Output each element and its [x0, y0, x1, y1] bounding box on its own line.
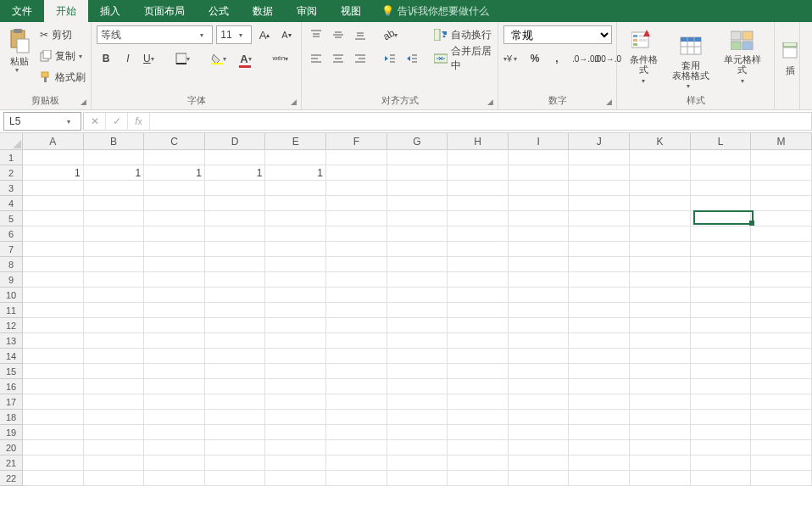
cell-F14[interactable] — [326, 349, 387, 364]
row-header-20[interactable]: 20 — [0, 440, 22, 455]
tab-开始[interactable]: 开始 — [44, 0, 88, 22]
cell-F5[interactable] — [326, 211, 387, 226]
cell-A19[interactable] — [23, 425, 84, 440]
cell-A21[interactable] — [23, 455, 84, 471]
cell-G15[interactable] — [387, 364, 448, 379]
cell-F10[interactable] — [326, 288, 387, 303]
cell-M22[interactable] — [751, 471, 812, 486]
format-painter-button[interactable]: 格式刷 — [37, 68, 92, 87]
cell-K16[interactable] — [630, 379, 691, 394]
cell-I2[interactable] — [509, 165, 570, 181]
cell-I15[interactable] — [509, 364, 570, 379]
cell-H14[interactable] — [448, 349, 509, 364]
accounting-format-button[interactable]: ¥▾ — [503, 49, 522, 68]
cell-C10[interactable] — [144, 288, 205, 303]
cell-B17[interactable] — [84, 394, 145, 410]
cell-H9[interactable] — [448, 272, 509, 288]
col-header-G[interactable]: G — [387, 133, 448, 149]
tell-me[interactable]: 💡告诉我你想要做什么 — [373, 0, 498, 22]
row-header-18[interactable]: 18 — [0, 410, 22, 425]
cell-I4[interactable] — [509, 196, 570, 211]
cell-I14[interactable] — [509, 349, 570, 364]
tab-插入[interactable]: 插入 — [88, 0, 132, 22]
cell-G12[interactable] — [387, 318, 448, 333]
align-bottom-button[interactable] — [351, 25, 370, 44]
cell-G2[interactable] — [387, 165, 448, 181]
cell-H13[interactable] — [448, 333, 509, 349]
cell-D11[interactable] — [205, 303, 266, 318]
cell-D15[interactable] — [205, 364, 266, 379]
cell-E18[interactable] — [265, 410, 326, 425]
row-header-16[interactable]: 16 — [0, 379, 22, 394]
row-header-1[interactable]: 1 — [0, 150, 22, 165]
cell-F6[interactable] — [326, 226, 387, 242]
cell-D8[interactable] — [205, 257, 266, 272]
cell-K18[interactable] — [630, 410, 691, 425]
cell-B1[interactable] — [84, 150, 145, 165]
cell-E9[interactable] — [265, 272, 326, 288]
cell-C12[interactable] — [144, 318, 205, 333]
cell-E8[interactable] — [265, 257, 326, 272]
cell-D13[interactable] — [205, 333, 266, 349]
cell-M12[interactable] — [751, 318, 812, 333]
cell-D3[interactable] — [205, 181, 266, 196]
cell-F2[interactable] — [326, 165, 387, 181]
dialog-launcher[interactable]: ◢ — [287, 96, 299, 108]
cell-I19[interactable] — [509, 425, 570, 440]
cell-C1[interactable] — [144, 150, 205, 165]
row-header-15[interactable]: 15 — [0, 364, 22, 379]
cell-K17[interactable] — [630, 394, 691, 410]
cell-H8[interactable] — [448, 257, 509, 272]
cell-A9[interactable] — [23, 272, 84, 288]
cell-C14[interactable] — [144, 349, 205, 364]
cell-I21[interactable] — [509, 455, 570, 471]
cell-K22[interactable] — [630, 471, 691, 486]
cell-J9[interactable] — [569, 272, 630, 288]
cell-E17[interactable] — [265, 394, 326, 410]
cell-I1[interactable] — [509, 150, 570, 165]
align-right-button[interactable] — [351, 49, 370, 68]
cell-A20[interactable] — [23, 440, 84, 455]
cell-M16[interactable] — [751, 379, 812, 394]
cell-F4[interactable] — [326, 196, 387, 211]
row-header-6[interactable]: 6 — [0, 226, 22, 242]
cell-C5[interactable] — [144, 211, 205, 226]
cell-H11[interactable] — [448, 303, 509, 318]
cell-L7[interactable] — [691, 242, 752, 257]
cell-H20[interactable] — [448, 440, 509, 455]
border-button[interactable]: ▾ — [173, 49, 198, 68]
underline-button[interactable]: U▾ — [141, 49, 162, 68]
cell-A4[interactable] — [23, 196, 84, 211]
cell-D12[interactable] — [205, 318, 266, 333]
cell-B10[interactable] — [84, 288, 145, 303]
align-left-button[interactable] — [307, 49, 325, 68]
cell-F21[interactable] — [326, 455, 387, 471]
cell-E13[interactable] — [265, 333, 326, 349]
cell-H16[interactable] — [448, 379, 509, 394]
cell-F12[interactable] — [326, 318, 387, 333]
cell-K19[interactable] — [630, 425, 691, 440]
cell-I16[interactable] — [509, 379, 570, 394]
cell-K10[interactable] — [630, 288, 691, 303]
cell-H17[interactable] — [448, 394, 509, 410]
col-header-I[interactable]: I — [509, 133, 570, 149]
cell-H15[interactable] — [448, 364, 509, 379]
cell-J21[interactable] — [569, 455, 630, 471]
worksheet-grid[interactable]: ABCDEFGHIJKLM 12345678910111213141516171… — [0, 133, 812, 514]
cell-H5[interactable] — [448, 211, 509, 226]
cell-D19[interactable] — [205, 425, 266, 440]
fx-button[interactable]: fx — [128, 113, 150, 130]
cell-G1[interactable] — [387, 150, 448, 165]
row-header-13[interactable]: 13 — [0, 333, 22, 349]
cell-A14[interactable] — [23, 349, 84, 364]
cell-A7[interactable] — [23, 242, 84, 257]
cell-D1[interactable] — [205, 150, 266, 165]
cell-F15[interactable] — [326, 364, 387, 379]
cell-G3[interactable] — [387, 181, 448, 196]
row-header-9[interactable]: 9 — [0, 272, 22, 288]
col-header-H[interactable]: H — [448, 133, 509, 149]
row-header-3[interactable]: 3 — [0, 181, 22, 196]
cell-A2[interactable]: 1 — [23, 165, 84, 181]
cell-D9[interactable] — [205, 272, 266, 288]
cell-L20[interactable] — [691, 440, 752, 455]
